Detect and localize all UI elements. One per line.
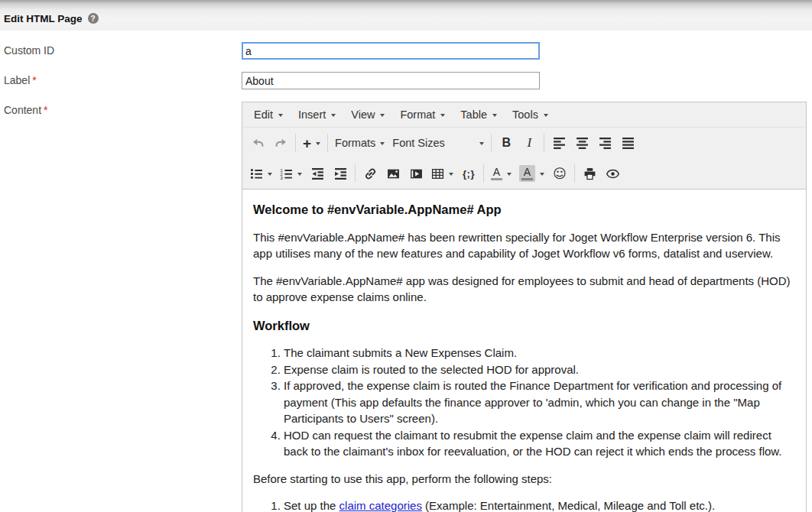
menu-table[interactable]: Table — [453, 104, 505, 125]
formats-select[interactable]: Formats — [331, 131, 388, 154]
page-title: Edit HTML Page — [4, 13, 83, 24]
help-icon[interactable]: ? — [88, 13, 99, 24]
align-right-button[interactable] — [593, 131, 616, 154]
menu-view[interactable]: View — [343, 104, 392, 125]
link-icon — [364, 167, 377, 180]
content-heading-welcome: Welcome to #envVariable.AppName# App — [253, 202, 792, 219]
smiley-icon: ☺ — [553, 167, 567, 180]
insert-template-button[interactable]: + — [299, 131, 324, 154]
undo-icon — [252, 137, 265, 150]
chevron-down-icon — [380, 114, 385, 117]
italic-button[interactable]: I — [518, 131, 541, 154]
align-justify-icon — [622, 137, 635, 150]
insert-code-button[interactable]: {;} — [457, 162, 480, 185]
content-heading-workflow: Workflow — [253, 318, 792, 335]
edit-html-page-form: Custom ID Label* Content* Edit Insert Vi… — [0, 31, 812, 512]
menu-insert[interactable]: Insert — [291, 104, 343, 125]
redo-button[interactable] — [269, 131, 292, 154]
table-icon — [431, 167, 444, 180]
align-center-button[interactable] — [570, 131, 593, 154]
text-color-button[interactable]: A — [487, 162, 515, 185]
chevron-down-icon — [544, 114, 548, 117]
code-icon: {;} — [463, 168, 475, 180]
menu-tools[interactable]: Tools — [505, 104, 556, 125]
menu-format[interactable]: Format — [392, 104, 453, 125]
list-item: The claimant submits a New Expenses Clai… — [284, 345, 792, 361]
required-asterisk: * — [44, 104, 47, 116]
media-icon — [410, 167, 423, 180]
preview-button[interactable] — [601, 162, 624, 185]
setup-steps-list: Set up the claim categories (Example: En… — [253, 497, 792, 512]
content-paragraph: Before starting to use this app, perform… — [253, 471, 792, 488]
chevron-down-icon — [440, 114, 445, 117]
chevron-down-icon — [380, 142, 385, 145]
chevron-down-icon — [278, 114, 283, 117]
chevron-down-icon — [540, 173, 544, 176]
print-icon — [583, 167, 596, 180]
emoticons-button[interactable]: ☺ — [548, 162, 571, 185]
editor-toolbar-row2: 123 — [242, 158, 806, 189]
editor-menubar: Edit Insert View Format Table Tools — [242, 102, 806, 128]
image-icon — [387, 167, 400, 180]
background-color-button[interactable]: A — [515, 162, 548, 185]
label-row: Label* — [0, 72, 812, 89]
align-center-icon — [576, 137, 589, 150]
chevron-down-icon — [297, 173, 302, 176]
content-paragraph: The #envVariable.AppName# app was design… — [253, 273, 792, 306]
content-paragraph: This #envVariable.AppName# has been rewr… — [253, 229, 792, 262]
custom-id-input[interactable] — [242, 42, 540, 60]
required-asterisk: * — [32, 74, 36, 86]
indent-button[interactable] — [329, 162, 352, 185]
chevron-down-icon — [316, 142, 320, 145]
print-button[interactable] — [578, 162, 601, 185]
bold-button[interactable]: B — [495, 131, 518, 154]
bullet-list-icon — [250, 167, 263, 180]
insert-media-button[interactable] — [404, 162, 427, 185]
text-color-icon: A — [491, 167, 502, 180]
insert-table-button[interactable] — [427, 162, 457, 185]
redo-icon — [274, 137, 287, 150]
insert-link-button[interactable] — [359, 162, 382, 185]
editor-toolbar-row1: + Formats Font Sizes B I — [242, 128, 806, 158]
editor-content[interactable]: Welcome to #envVariable.AppName# App Thi… — [242, 189, 806, 512]
outdent-button[interactable] — [306, 162, 329, 185]
numbered-list-icon: 123 — [280, 167, 293, 180]
chevron-down-icon — [331, 114, 336, 117]
italic-icon: I — [527, 135, 531, 151]
align-right-icon — [599, 137, 612, 150]
list-item: HOD can request the claimant to resubmit… — [284, 427, 792, 460]
list-item: Set up the claim categories (Example: En… — [284, 497, 792, 512]
chevron-down-icon — [479, 142, 484, 145]
content-row: Content* Edit Insert View Format Table T… — [0, 102, 812, 512]
list-item: Expense claim is routed to the selected … — [284, 361, 792, 378]
label-input[interactable] — [242, 72, 540, 89]
custom-id-row: Custom ID — [0, 42, 812, 60]
align-justify-button[interactable] — [616, 131, 639, 154]
align-left-icon — [553, 137, 566, 150]
plus-icon: + — [303, 136, 311, 151]
outdent-icon — [311, 167, 324, 180]
chevron-down-icon — [492, 114, 497, 117]
chevron-down-icon — [449, 173, 453, 176]
bold-icon: B — [502, 136, 512, 150]
svg-text:3: 3 — [280, 176, 283, 180]
chevron-down-icon — [507, 173, 512, 176]
workflow-steps-list: The claimant submits a New Expenses Clai… — [253, 345, 792, 460]
content-label: Content* — [0, 102, 242, 116]
claim-categories-link[interactable]: claim categories — [339, 499, 422, 512]
insert-image-button[interactable] — [382, 162, 404, 185]
menu-edit[interactable]: Edit — [246, 104, 291, 125]
align-left-button[interactable] — [547, 131, 570, 154]
list-item: If approved, the expense claim is routed… — [284, 378, 792, 427]
undo-button[interactable] — [246, 131, 269, 154]
indent-icon — [334, 167, 347, 180]
custom-id-label: Custom ID — [0, 42, 242, 57]
eye-icon — [606, 167, 619, 180]
page-header: Edit HTML Page ? — [0, 0, 812, 31]
rich-text-editor: Edit Insert View Format Table Tools + — [242, 102, 807, 512]
bullet-list-button[interactable] — [246, 162, 276, 185]
chevron-down-icon — [268, 173, 272, 176]
numbered-list-button[interactable]: 123 — [276, 162, 306, 185]
font-sizes-select[interactable]: Font Sizes — [388, 131, 488, 154]
background-color-icon: A — [519, 165, 535, 182]
